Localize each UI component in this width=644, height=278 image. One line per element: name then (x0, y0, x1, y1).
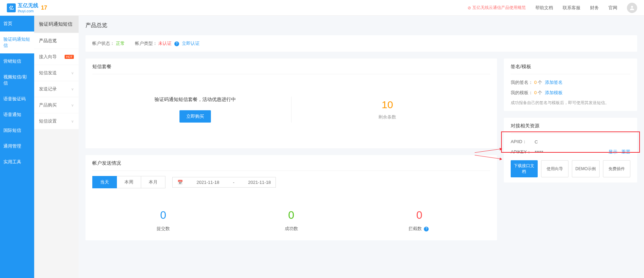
date-tab[interactable]: 当天 (92, 176, 117, 188)
sidebar-item[interactable]: 首页 (0, 16, 34, 31)
chevron-down-icon: ∨ (71, 87, 74, 91)
chevron-down-icon: ∨ (71, 103, 74, 108)
header-link-finance[interactable]: 财务 (590, 5, 599, 11)
sidebar-item[interactable]: 验证码通知短信 (0, 31, 34, 53)
chevron-down-icon: ∨ (71, 119, 74, 124)
apiid-value: C (535, 139, 538, 144)
header-nav: ⊘ 互亿无线云通信产品使用规范 帮助文档 联系客服 财务 官网 (468, 3, 637, 13)
avatar[interactable] (627, 3, 637, 13)
reset-key-link[interactable]: 重置 (621, 149, 630, 155)
stat-item: 0成功数 (227, 209, 355, 232)
date-tab[interactable]: 本月 (141, 176, 165, 188)
stat-label: 提交数 (99, 226, 227, 232)
logo-icon: 亿 (7, 3, 16, 12)
date-tab[interactable]: 本周 (117, 176, 141, 188)
svg-point-0 (631, 6, 633, 8)
help-icon[interactable]: ? (174, 41, 179, 46)
user-icon (629, 5, 635, 11)
sidebar-item[interactable]: 视频短信/彩信 (0, 69, 34, 91)
package-card: 短信套餐 验证码通知短信套餐，活动优惠进行中 立即购买 10 剩余条数 (85, 59, 497, 148)
account-type-label: 帐户类型： (135, 41, 157, 46)
date-tabs: 当天本周本月 📅 2021-11-18 - 2021-11-18 (92, 176, 490, 188)
account-type-value: 未认证 (158, 41, 172, 46)
warning-icon: ⊘ (468, 5, 471, 10)
stat-label: 成功数 (227, 226, 355, 232)
api-resource-button[interactable]: 使用向导 (541, 160, 569, 177)
sign-title: 签名/模板 (511, 64, 630, 74)
sidebar-sub-item[interactable]: 发送记录∨ (34, 81, 79, 97)
api-resource-button[interactable]: 下载接口文档 (511, 160, 538, 177)
sidebar-sub: 验证码通知短信 产品总览接入向导HOT短信发送∨发送记录∨产品购买∨短信设置∨ (34, 16, 79, 278)
api-card: 对接相关资源 APIID： C APIKEY： ***** 显示 (504, 118, 637, 182)
date-separator: - (233, 180, 234, 185)
show-key-link[interactable]: 显示 (608, 149, 617, 155)
api-title: 对接相关资源 (511, 123, 630, 134)
header-link-official[interactable]: 官网 (608, 5, 617, 11)
sending-card: 帐户发送情况 当天本周本月 📅 2021-11-18 - 2021-11-18 … (85, 155, 497, 240)
api-resource-button[interactable]: 免费插件 (603, 160, 631, 177)
remaining-label: 剩余条数 (292, 114, 484, 120)
status-card: 帐户状态： 正常 帐户类型： 未认证 ? 立即认证 (85, 35, 637, 52)
stat-number: 0 (99, 209, 227, 222)
header-link-help[interactable]: 帮助文档 (535, 5, 553, 11)
date-range-picker[interactable]: 📅 2021-11-18 - 2021-11-18 (172, 177, 276, 188)
stat-number: 0 (227, 209, 355, 222)
api-resource-button[interactable]: DEMO示例 (572, 160, 600, 177)
sign-label: 我的签名： (511, 80, 533, 85)
package-title: 短信套餐 (92, 64, 490, 74)
tpl-count: 0 (534, 90, 537, 95)
sign-count: 0 (534, 80, 537, 85)
header: 亿 互亿无线 ihuyi.com 17 ⊘ 互亿无线云通信产品使用规范 帮助文档… (0, 0, 644, 16)
header-notice[interactable]: ⊘ 互亿无线云通信产品使用规范 (468, 5, 526, 11)
hot-badge: HOT (65, 55, 74, 59)
logo-text: 互亿无线 (18, 2, 38, 9)
chevron-down-icon: ∨ (71, 71, 74, 75)
remaining-count: 10 (292, 99, 484, 111)
stat-number: 0 (355, 209, 483, 222)
apikey-value: ***** (535, 150, 543, 155)
sidebar-sub-title: 验证码通知短信 (34, 16, 79, 33)
sidebar-sub-item[interactable]: 短信设置∨ (34, 113, 79, 129)
logo-subtext: ihuyi.com (18, 9, 38, 13)
header-link-contact[interactable]: 联系客服 (563, 5, 580, 11)
page-title: 产品总览 (85, 16, 637, 35)
calendar-icon: 📅 (177, 180, 183, 185)
stat-item: 0提交数 (99, 209, 227, 232)
package-text: 验证码通知短信套餐，活动优惠进行中 (99, 97, 291, 103)
sidebar-sub-item[interactable]: 产品总览 (34, 33, 79, 49)
content: 产品总览 帐户状态： 正常 帐户类型： 未认证 ? 立即认证 短信套餐 (79, 16, 644, 278)
sidebar-sub-item[interactable]: 短信发送∨ (34, 65, 79, 81)
sidebar-item[interactable]: 营销短信 (0, 53, 34, 69)
sidebar-item[interactable]: 通用管理 (0, 138, 34, 154)
sending-title: 帐户发送情况 (92, 160, 490, 171)
account-status-label: 帐户状态： (92, 41, 115, 46)
account-status-value: 正常 (116, 41, 125, 46)
sidebar-sub-item[interactable]: 产品购买∨ (34, 97, 79, 113)
tpl-label: 我的模板： (511, 90, 533, 95)
sidebar-main: 首页验证码通知短信营销短信视频短信/彩信语音验证码语音通知国际短信通用管理实用工… (0, 16, 34, 278)
add-tpl-link[interactable]: 添加模板 (545, 90, 563, 95)
auth-link[interactable]: 立即认证 (182, 41, 200, 46)
sidebar-item[interactable]: 语音验证码 (0, 91, 34, 107)
sidebar-item[interactable]: 实用工具 (0, 154, 34, 170)
logo[interactable]: 亿 互亿无线 ihuyi.com 17 (7, 2, 47, 13)
sign-tip: 成功报备自己的签名与模板后，即可使用其发送短信。 (511, 100, 630, 106)
buy-button[interactable]: 立即购买 (179, 110, 211, 123)
date-to: 2021-11-18 (248, 180, 271, 185)
date-from: 2021-11-18 (197, 180, 219, 185)
help-icon[interactable]: ? (424, 227, 429, 231)
apikey-label: APIKEY： (511, 149, 535, 155)
logo-badge: 17 (41, 5, 47, 11)
stat-item: 0拦截数? (355, 209, 483, 232)
sign-card: 签名/模板 我的签名： 0 个 添加签名 我的模板： 0 个 添加模板 成功报备… (504, 59, 637, 111)
sidebar-item[interactable]: 国际短信 (0, 123, 34, 138)
apiid-label: APIID： (511, 139, 535, 145)
add-sign-link[interactable]: 添加签名 (545, 80, 563, 85)
sidebar-sub-item[interactable]: 接入向导HOT (34, 49, 79, 65)
stat-label: 拦截数? (355, 226, 483, 232)
sidebar-item[interactable]: 语音通知 (0, 107, 34, 123)
